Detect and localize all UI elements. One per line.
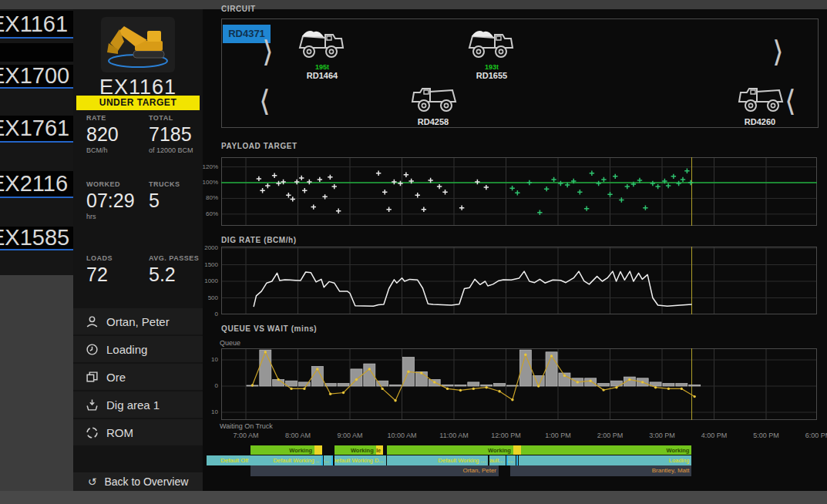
timeline-segment-machine-status[interactable]: Working [250,445,314,455]
queue-line-dot [316,368,318,370]
dig-rate-chart[interactable] [221,247,817,314]
timeline-segment-machine-status[interactable]: Idle [376,445,383,455]
menu-item-material[interactable]: Ore [73,364,203,390]
detail-menu: Ortan, Peter Loading Ore [73,308,203,447]
timeline-segment-operator[interactable]: Ortan, Peter [250,465,499,476]
timeline-segment-status-reason[interactable]: 1... [508,455,516,465]
queue-bar [676,384,687,386]
circuit-truck-rd1464[interactable]: 195t RD1464 [296,28,348,80]
timeline-segment-status-reason[interactable]: Default Working ... [387,455,488,465]
chevron-left-icon: ⟨ [259,86,271,116]
loading-icon [86,343,99,356]
payload-point [590,171,594,176]
payload-point [386,207,391,211]
menu-item-label: ROM [106,426,133,439]
status-badge: UNDER TARGET [76,96,200,110]
menu-item-operator[interactable]: Ortan, Peter [73,308,203,334]
queue-line-dot [602,388,604,391]
payload-point [684,169,689,173]
queue-bar [663,384,674,386]
queue-bar [455,385,466,386]
time-axis-label: 12:00 PM [491,432,521,439]
timeline-segment-status-reason[interactable]: D... [324,455,331,465]
circuit-truck-rd4260[interactable]: RD4260 [734,82,786,126]
queue-line-dot [420,371,422,374]
fleet-item-ex1761[interactable]: EX1761 [0,116,73,143]
queue-line-dot [524,354,526,356]
queue-line-dot [368,368,371,370]
timeline-segment-machine-status[interactable]: Working [387,445,513,455]
stat-label: TOTAL [149,114,210,122]
payload-point [601,177,606,182]
queue-line-dot [667,388,670,390]
payload-point [294,180,299,184]
chevron-right-icon: ⟩ [262,37,274,66]
queue-line-dot [641,381,644,383]
queue-bar [468,382,479,386]
queue-line-dot [433,381,435,383]
fleet-item-ex1161[interactable]: EX1161 [0,11,73,39]
stat-unit: BCM/h [86,146,148,154]
plot-border [222,158,817,226]
queue-line-dot [498,390,500,392]
queue-line-dot [615,386,617,388]
menu-item-destination[interactable]: ROM [73,419,203,445]
circuit-truck-rd4258[interactable]: RD4258 [407,82,459,126]
timeline-segment-status-reason[interactable]: Default Off [207,455,250,465]
timeline-segment-machine-status[interactable] [513,445,521,455]
fleet-item-ex2116[interactable]: EX2116 [0,171,73,198]
payload-point [437,184,442,189]
payload-point [286,193,291,197]
payload-point [613,174,617,179]
timeline-segment-status-reason[interactable]: Loading [519,455,692,465]
payload-target-title: PAYLOAD TARGET [221,142,298,150]
timeline-segment-machine-status[interactable]: Working [334,445,376,455]
timeline-segment-machine-status[interactable]: Working [521,445,691,455]
payload-point [577,190,582,194]
payload-point [276,181,281,186]
stat-value: 820 [86,123,148,146]
queue-line-dot [394,399,396,402]
queue-bar [598,384,610,386]
menu-item-dig-area[interactable]: Dig area 1 [73,391,203,418]
truck-id: RD4260 [734,117,786,126]
payload-point [655,184,660,189]
payload-point [475,180,479,184]
fleet-item-ex1700[interactable]: EX1700 [0,65,73,89]
queue-line-dot [329,393,331,395]
payload-point [551,177,556,182]
payload-point [392,180,396,184]
wait-axis-label: Waiting On Truck [220,422,273,430]
timeline-segment-status-reason[interactable]: Default Working .. [250,455,321,465]
stat-worked: WORKED 07:29 hrs [86,180,148,220]
timeline-separator [516,455,518,465]
excavator-icon [101,17,175,72]
menu-item-activity[interactable]: Loading [73,336,203,362]
fleet-item-ex1585[interactable]: EX1585 [0,227,73,250]
back-to-overview-button[interactable]: ↺ Back to Overview [73,472,203,491]
timeline-separator [321,455,323,465]
timeline-segment-operator[interactable]: Brantley, Matt [510,465,692,476]
back-label: Back to Overview [104,475,188,488]
payload-point [299,176,304,180]
circuit-truck-rd1655[interactable]: 193t RD1655 [466,28,518,80]
y-tick-label: 2000 [193,244,218,251]
payload-point [318,177,322,182]
back-icon: ↺ [88,475,97,488]
payload-target-chart[interactable] [221,157,817,226]
timeline-segment-status-reason[interactable]: Default... [489,455,506,465]
payload-point [625,184,630,189]
fleet-item-label: EX1585 [0,227,69,250]
queue-vs-wait-chart[interactable] [221,348,817,420]
timeline-segment-status-reason[interactable]: Default Working D... [334,455,386,465]
payload-point [484,185,489,190]
queue-bar [390,385,402,386]
queue-line-dot [654,386,657,388]
queue-bar [260,350,271,386]
payload-point [442,190,447,194]
stat-unit: of 12000 BCM [149,146,210,154]
menu-item-label: Ore [106,371,126,384]
timeline-segment-machine-status[interactable] [314,445,322,455]
truck-id: RD1655 [466,71,518,80]
y-tick-label: 100% [193,179,218,186]
